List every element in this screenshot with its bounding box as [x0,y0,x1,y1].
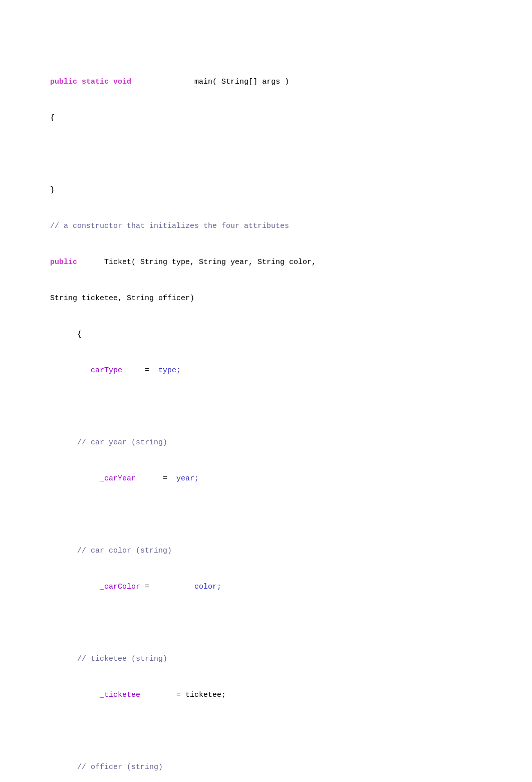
color-param: color; [194,583,221,591]
line-blank-1 [50,148,512,160]
comment-color-text: // car color (string) [77,547,172,555]
cartype-var: _carType [86,366,122,375]
public-keyword: public [50,78,77,86]
ticketee-var: _ticketee [100,691,140,699]
comment-officer-text: // officer (string) [77,763,163,771]
line-comment-year: // car year (string) [50,437,512,449]
line-assign-carcolor: _carColor = color; [50,581,512,593]
line-brace-open-1: { [50,112,512,124]
ticket-sig2-text: String ticketee, String officer) [50,294,194,303]
assign-op-2: = [163,474,167,483]
comment-year-text: // car year (string) [77,438,167,447]
type-param: type; [158,366,181,375]
line-constructor-sig2: String ticketee, String officer) [50,293,512,305]
main-text: main( String[] args ) [194,78,289,86]
line-main-sig: public static void main( String[] args ) [50,76,512,88]
line-assign-caryear: _carYear = year; [50,473,512,485]
line-constructor-sig: public Ticket( String type, String year,… [50,256,512,269]
public-keyword-2: public [50,258,77,267]
line-blank-5 [50,725,512,737]
code-editor: public static void main( String[] args )… [50,40,512,782]
carcolor-var: _carColor [100,583,140,591]
assign-op-1: = [145,366,149,375]
line-blank-2 [50,401,512,413]
assign-ticketee-text: = ticketee; [176,691,226,699]
comment-ticketee-text: // ticketee (string) [77,655,167,663]
line-assign-ticketee: _ticketee = ticketee; [50,689,512,701]
line-assign-cartype: _carType = type; [50,365,512,377]
static-keyword: static [82,78,109,86]
line-blank-4 [50,617,512,629]
line-brace-open-2: { [50,329,512,341]
year-param: year; [176,474,199,483]
brace-close-1: } [50,186,55,194]
comment-constructor-text: // a constructor that initializes the fo… [50,222,289,230]
brace-open-1: { [50,114,55,122]
line-comment-constructor: // a constructor that initializes the fo… [50,220,512,232]
line-comment-color: // car color (string) [50,545,512,557]
caryear-var: _carYear [100,474,136,483]
brace-open-2: { [77,330,82,339]
void-keyword: void [113,78,131,86]
line-comment-ticketee: // ticketee (string) [50,653,512,665]
line-brace-close-1: } [50,184,512,196]
assign-op-3: = [145,583,149,591]
ticket-sig-text: Ticket( String type, String year, String… [104,258,316,267]
line-comment-officer: // officer (string) [50,761,512,773]
line-blank-3 [50,509,512,521]
